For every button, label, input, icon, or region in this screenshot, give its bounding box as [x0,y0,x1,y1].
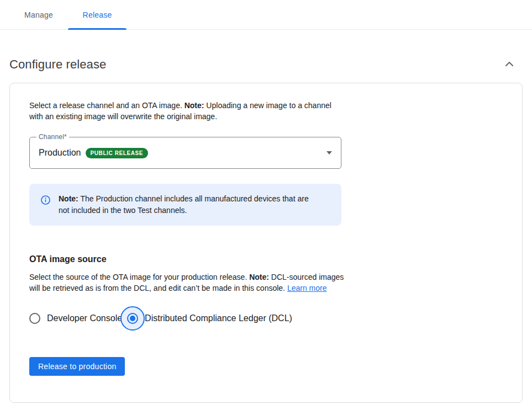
info-icon [40,195,51,216]
intro-text: Select a release channel and an OTA imag… [29,100,341,122]
ota-image-source-heading: OTA image source [29,254,503,264]
tab-manage-label: Manage [24,10,53,19]
note-box-label: Note: [59,194,78,203]
dropdown-arrow-icon [326,151,332,155]
ota-source-radio-group: Developer Console Distributed Compliance… [29,306,503,331]
main-content: Configure release Select a release chann… [0,57,532,403]
channel-value-text: Production [39,148,81,158]
note-box-body: The Production channel includes all manu… [59,194,309,215]
production-note-text: Note: The Production channel includes al… [59,193,318,216]
channel-select-value: Production PUBLIC RELEASE [39,148,148,158]
public-release-badge: PUBLIC RELEASE [86,148,149,158]
radio-unselected-icon [29,313,40,324]
radio-developer-console[interactable]: Developer Console [29,313,122,324]
radio-selected-icon [127,313,138,324]
tab-manage[interactable]: Manage [9,0,68,29]
radio-dot [130,316,135,321]
learn-more-link[interactable]: Learn more [287,284,327,292]
channel-select-label: Channel* [36,133,69,141]
collapse-section-button[interactable] [502,57,517,72]
ota-note-label: Note: [249,273,269,281]
intro-prefix: Select a release channel and an OTA imag… [29,101,185,110]
ota-desc-prefix: Select the source of the OTA image for y… [29,273,249,281]
radio-focus-halo [120,306,145,331]
ota-description: Select the source of the OTA image for y… [29,271,347,294]
chevron-up-icon [503,57,516,72]
radio-dcl[interactable]: Distributed Compliance Ledger (DCL) [120,306,292,331]
intro-note-label: Note: [185,101,204,110]
section-header: Configure release [9,57,523,72]
radio-dcl-label: Distributed Compliance Ledger (DCL) [145,313,292,323]
release-to-production-button[interactable]: Release to production [29,357,125,376]
configure-release-card: Select a release channel and an OTA imag… [9,83,523,403]
radio-developer-console-label: Developer Console [47,313,122,323]
production-note-box: Note: The Production channel includes al… [29,184,341,226]
tab-release-label: Release [83,10,112,19]
tab-bar: Manage Release [0,0,532,30]
tab-release[interactable]: Release [68,0,127,29]
channel-select[interactable]: Channel* Production PUBLIC RELEASE [29,137,341,169]
page-title: Configure release [9,57,106,72]
